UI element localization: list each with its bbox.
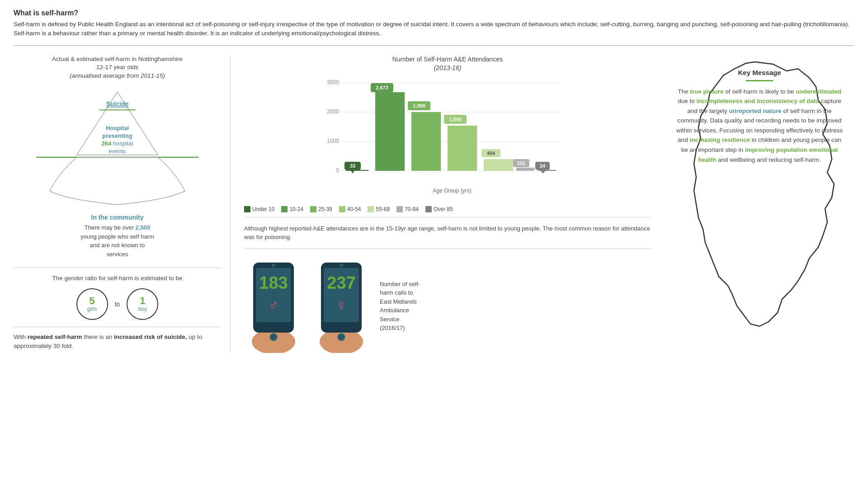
- svg-rect-31: [484, 159, 513, 171]
- svg-point-47: [270, 333, 277, 341]
- key-message-title: Key Message: [674, 69, 845, 76]
- boys-number: 1: [140, 296, 145, 306]
- female-phone: 237 ♀: [312, 258, 371, 354]
- legend-10-24: 10-24: [281, 206, 303, 212]
- svg-text:24: 24: [540, 163, 546, 169]
- key-message-underline: [746, 80, 773, 81]
- key-message-content: Key Message The true picture of self-har…: [674, 69, 845, 165]
- svg-text:101: 101: [517, 160, 525, 166]
- chart-legend: Under 10 10-24 25-39 40-54 55-69 70-84: [244, 206, 651, 217]
- svg-rect-23: [411, 112, 441, 171]
- svg-text:Suicide: Suicide: [106, 100, 129, 108]
- svg-text:Age Group (yrs): Age Group (yrs): [433, 188, 471, 194]
- svg-text:404: 404: [487, 150, 495, 156]
- svg-text:264 hospital: 264 hospital: [102, 140, 133, 147]
- left-chart-title: Actual & estimated self-harm in Nottingh…: [14, 55, 221, 81]
- repeated-harm-text: With repeated self-harm there is an incr…: [14, 327, 221, 351]
- right-panel: Key Message The true picture of self-har…: [665, 55, 854, 335]
- chart-note: Although highest reported A&E attendance…: [244, 224, 651, 249]
- header-section: What is self-harm? Self-harm is defined …: [14, 9, 854, 46]
- community-label: In the community: [14, 214, 221, 221]
- legend-40-54: 40-54: [339, 206, 361, 212]
- svg-text:♀: ♀: [336, 297, 347, 313]
- svg-point-54: [338, 333, 345, 341]
- svg-rect-19: [375, 92, 405, 171]
- svg-text:1,540: 1,540: [449, 117, 462, 122]
- svg-text:presenting: presenting: [102, 132, 132, 139]
- header-title: What is self-harm?: [14, 9, 854, 17]
- svg-point-55: [340, 263, 343, 267]
- gender-to: to: [115, 300, 120, 308]
- svg-text:3000: 3000: [327, 79, 339, 85]
- ambulance-description: Number of self- harm calls to East Midla…: [380, 280, 420, 333]
- svg-text:♂: ♂: [268, 297, 279, 313]
- svg-text:183: 183: [259, 273, 288, 292]
- svg-text:1,998: 1,998: [413, 103, 425, 108]
- boys-label: boy: [138, 306, 147, 312]
- legend-under10: Under 10: [244, 206, 274, 212]
- legend-over85: Over 85: [425, 206, 453, 212]
- svg-text:Hospital: Hospital: [106, 125, 129, 131]
- iceberg-diagram: Suicide Hospital presenting 264 hospital…: [14, 83, 221, 209]
- svg-rect-35: [516, 168, 534, 171]
- phone-section: 183 ♂ 23: [244, 258, 651, 354]
- main-grid: Actual & estimated self-harm in Nottingh…: [14, 55, 854, 354]
- girls-number: 5: [90, 296, 95, 306]
- gender-ratio: 5 girls to 1 boy: [14, 288, 221, 320]
- svg-text:1000: 1000: [327, 138, 339, 144]
- svg-text:2,673: 2,673: [376, 85, 388, 90]
- svg-rect-27: [448, 126, 477, 171]
- legend-55-69: 55-69: [368, 206, 390, 212]
- chart-title: Number of Self-Harm A&E Attendances (201…: [244, 55, 651, 73]
- girls-circle: 5 girls: [76, 288, 108, 320]
- svg-text:events: events: [108, 148, 126, 155]
- svg-rect-15: [346, 170, 368, 171]
- boys-circle: 1 boy: [127, 288, 158, 320]
- male-phone: 183 ♂: [244, 258, 303, 354]
- svg-marker-17: [350, 170, 355, 174]
- svg-text:33: 33: [350, 163, 355, 169]
- gender-title: The gender ratio for self-harm is estima…: [14, 275, 221, 282]
- svg-text:2000: 2000: [327, 108, 339, 115]
- legend-25-39: 25-39: [310, 206, 332, 212]
- left-panel: Actual & estimated self-harm in Nottingh…: [14, 55, 231, 351]
- svg-text:0: 0: [336, 167, 339, 174]
- gender-section: The gender ratio for self-harm is estima…: [14, 268, 221, 320]
- key-message-wrapper: Key Message The true picture of self-har…: [665, 55, 854, 335]
- middle-panel: Number of Self-Harm A&E Attendances (201…: [240, 55, 656, 354]
- key-message-body: The true picture of self-harm is likely …: [674, 87, 845, 165]
- svg-point-48: [272, 263, 275, 267]
- legend-70-84: 70-84: [396, 206, 419, 212]
- community-text: There may be over 2,500 young people who…: [14, 223, 221, 258]
- girls-label: girls: [87, 306, 97, 312]
- svg-marker-41: [540, 170, 546, 174]
- header-text: Self-harm is defined by Public Health En…: [14, 20, 854, 38]
- svg-text:237: 237: [327, 273, 355, 292]
- bar-chart: 3000 2000 1000 0 33 2,: [244, 75, 651, 202]
